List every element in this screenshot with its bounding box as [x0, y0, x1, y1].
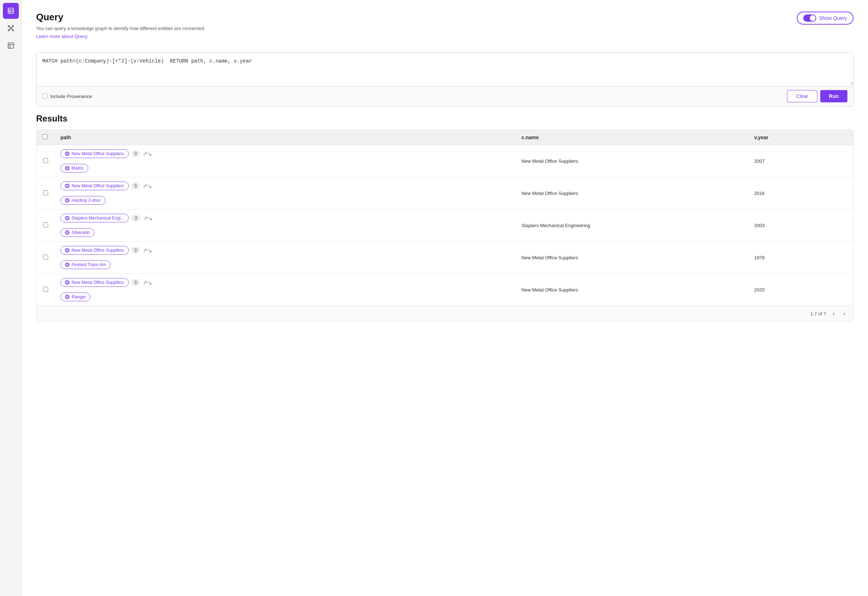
path-tag-secondary[interactable]: Silverado — [61, 228, 94, 237]
path-tag-secondary[interactable]: Matrix — [61, 164, 88, 173]
row-cname: New Metal Office Suppliers — [516, 145, 748, 177]
svg-rect-13 — [8, 43, 13, 49]
pagination-prev-button[interactable]: ‹ — [830, 310, 837, 317]
header-row: Query You can query a knowledge graph to… — [36, 12, 853, 46]
path-tag-primary[interactable]: New Metal Office Suppliers — [61, 246, 129, 255]
query-textarea[interactable] — [37, 52, 853, 85]
path-tag-secondary[interactable]: Hardtop 2-door — [61, 196, 106, 205]
row-cname: New Metal Office Suppliers — [516, 274, 748, 306]
path-arrow-icon: ↗↘ — [143, 279, 152, 286]
row-vyear: 2007 — [748, 145, 853, 177]
sidebar-item-table[interactable] — [3, 3, 19, 19]
row-path-cell: Staplers Mechanical Engi...3↗↘Silverado — [55, 209, 516, 242]
header-cname: c.name — [516, 130, 748, 145]
results-table: path c.name v.year New Metal Office Supp… — [37, 130, 853, 305]
toggle-switch-icon — [803, 15, 816, 22]
pagination-next-button[interactable]: › — [841, 310, 847, 317]
path-tag-primary[interactable]: New Metal Office Suppliers — [61, 181, 129, 190]
path-tag-dot-secondary-icon — [65, 263, 69, 267]
results-title: Results — [36, 114, 853, 124]
path-tag-secondary-label: Matrix — [72, 166, 84, 171]
path-cell-content: Staplers Mechanical Engi...3↗↘Silverado — [61, 214, 510, 237]
path-cell-content: New Metal Office Suppliers3↗↘Matrix — [61, 149, 510, 173]
row-checkbox-cell — [37, 177, 55, 209]
path-tag-dot-secondary-icon — [65, 198, 69, 202]
path-cell-content: New Metal Office Suppliers3↗↘Ranger — [61, 278, 510, 301]
page-subtitle: You can query a knowledge graph to ident… — [36, 26, 205, 31]
header-left: Query You can query a knowledge graph to… — [36, 12, 205, 46]
path-tag-secondary-label: Ranger — [72, 294, 86, 299]
path-tag-dot-secondary-icon — [65, 295, 69, 299]
path-tag-dot-secondary-icon — [65, 230, 69, 235]
path-hop-badge: 3 — [131, 247, 140, 254]
show-query-label: Show Query — [819, 15, 847, 21]
path-hop-badge: 3 — [131, 183, 140, 189]
row-path-cell: New Metal Office Suppliers3↗↘Ranger — [55, 274, 516, 306]
row-cname: Staplers Mechanical Engineering — [516, 209, 748, 242]
header-path: path — [55, 130, 516, 145]
sidebar — [0, 0, 22, 596]
path-tag-dot-icon — [65, 280, 69, 285]
query-footer: Include Provenance Clear Run — [37, 86, 853, 106]
provenance-text: Include Provenance — [50, 94, 92, 99]
path-tag-primary[interactable]: New Metal Office Suppliers — [61, 278, 129, 287]
table-row: Staplers Mechanical Engi...3↗↘SilveradoS… — [37, 209, 853, 242]
row-cname: New Metal Office Suppliers — [516, 177, 748, 209]
row-vyear: 2016 — [748, 177, 853, 209]
row-checkbox-cell — [37, 145, 55, 177]
header-checkbox-col — [37, 130, 55, 145]
path-tag-secondary-label: Silverado — [72, 230, 90, 235]
row-checkbox-0[interactable] — [43, 158, 48, 163]
svg-point-7 — [8, 30, 9, 31]
button-group: Clear Run — [787, 90, 847, 102]
row-path-cell: New Metal Office Suppliers3↗↘Matrix — [55, 145, 516, 177]
table-footer: 1-7 of 7 ‹ › — [37, 305, 853, 321]
path-tag-primary[interactable]: New Metal Office Suppliers — [61, 149, 129, 158]
path-tag-dot-icon — [65, 152, 69, 156]
svg-line-12 — [11, 29, 12, 30]
path-arrow-icon: ↗↘ — [143, 215, 152, 222]
sidebar-item-graph[interactable] — [3, 20, 19, 36]
sidebar-item-expand[interactable] — [3, 38, 19, 53]
path-hop-badge: 3 — [131, 150, 140, 157]
path-tag-secondary-label: Hardtop 2-door — [72, 198, 101, 203]
row-path-cell: New Metal Office Suppliers3↗↘Hardtop 2-d… — [55, 177, 516, 209]
path-tag-primary-label: New Metal Office Suppliers — [72, 280, 124, 285]
row-vyear: 2003 — [748, 209, 853, 242]
svg-point-8 — [12, 30, 13, 31]
run-button[interactable]: Run — [820, 90, 847, 102]
header-vyear: v.year — [748, 130, 853, 145]
svg-rect-0 — [8, 8, 13, 14]
path-tag-secondary[interactable]: Firebird Trans Am — [61, 260, 111, 269]
path-tag-primary[interactable]: Staplers Mechanical Engi... — [61, 214, 129, 223]
table-header-row: path c.name v.year — [37, 130, 853, 145]
path-hop-badge: 3 — [131, 279, 140, 286]
page-title: Query — [36, 12, 205, 23]
row-cname: New Metal Office Suppliers — [516, 242, 748, 274]
clear-button[interactable]: Clear — [787, 90, 817, 102]
svg-line-9 — [9, 27, 10, 28]
row-vyear: 2020 — [748, 274, 853, 306]
row-checkbox-3[interactable] — [43, 255, 48, 260]
path-tag-secondary[interactable]: Ranger — [61, 292, 90, 301]
main-content: Query You can query a knowledge graph to… — [22, 0, 868, 596]
pagination-info: 1-7 of 7 — [810, 311, 826, 316]
path-tag-primary-label: New Metal Office Suppliers — [72, 183, 124, 189]
learn-more-link[interactable]: Learn more about Query — [36, 34, 87, 39]
row-checkbox-1[interactable] — [43, 190, 48, 195]
results-table-wrapper: path c.name v.year New Metal Office Supp… — [36, 130, 853, 322]
provenance-checkbox-icon — [42, 94, 47, 99]
path-tag-dot-icon — [65, 184, 69, 188]
provenance-label[interactable]: Include Provenance — [42, 94, 92, 99]
row-checkbox-4[interactable] — [43, 287, 48, 292]
path-arrow-icon: ↗↘ — [143, 183, 152, 189]
row-checkbox-cell — [37, 274, 55, 306]
select-all-checkbox[interactable] — [42, 134, 47, 139]
path-arrow-icon: ↗↘ — [143, 247, 152, 254]
show-query-toggle[interactable]: Show Query — [797, 12, 853, 25]
path-hop-badge: 3 — [131, 215, 140, 221]
row-vyear: 1978 — [748, 242, 853, 274]
table-row: New Metal Office Suppliers3↗↘Firebird Tr… — [37, 242, 853, 274]
row-checkbox-2[interactable] — [43, 223, 48, 227]
row-checkbox-cell — [37, 209, 55, 242]
